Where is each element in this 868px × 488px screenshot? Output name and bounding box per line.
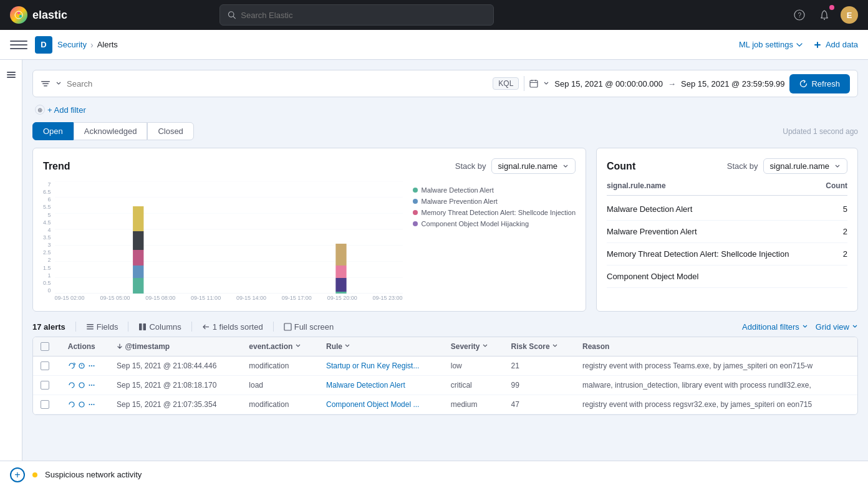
x-axis-labels: 09-15 02:00 09-15 05:00 09-15 08:00 09-1…: [55, 294, 403, 301]
investigate-icon-2[interactable]: [78, 401, 85, 408]
svg-rect-41: [139, 323, 142, 330]
elastic-logo[interactable]: elastic: [10, 6, 67, 24]
y-3: 3: [48, 242, 51, 248]
columns-button[interactable]: Columns: [138, 322, 181, 332]
row-checkbox-0[interactable]: [41, 361, 49, 370]
additional-filters-button[interactable]: Additional filters: [742, 322, 808, 332]
count-row-name-0: Malware Detection Alert: [607, 204, 810, 214]
expand-icon-0[interactable]: [68, 362, 75, 370]
tab-closed[interactable]: Closed: [147, 122, 193, 140]
count-row-val-2: 2: [810, 249, 847, 259]
tab-acknowledged[interactable]: Acknowledged: [74, 122, 148, 140]
sort-button[interactable]: 1 fields sorted: [202, 322, 263, 332]
table-header-row: Actions @timestamp event.action Rule: [33, 337, 857, 356]
y-4: 4: [48, 227, 51, 233]
td-actions-0: [60, 356, 109, 376]
breadcrumb-security[interactable]: Security: [57, 40, 87, 49]
x-label-5: 09-15 17:00: [282, 295, 312, 301]
y-5: 5: [48, 212, 51, 218]
fullscreen-button[interactable]: Full screen: [284, 322, 334, 332]
date-from: Sep 15, 2021 @ 00:00:00.000: [554, 79, 663, 89]
add-filter[interactable]: ⊕ + Add filter: [32, 105, 858, 115]
th-severity[interactable]: Severity: [443, 337, 504, 356]
trend-card: Trend Stack by signal.rule.name 7 6.5: [32, 148, 586, 312]
plus-icon: [813, 41, 822, 49]
svg-rect-13: [7, 77, 16, 78]
search-filter-input[interactable]: [67, 79, 488, 89]
expand-icon-2[interactable]: [68, 401, 75, 408]
rule-link-0[interactable]: Startup or Run Key Regist...: [326, 361, 419, 370]
rule-link-2[interactable]: Component Object Model ...: [326, 400, 419, 409]
global-search-input[interactable]: [241, 11, 486, 20]
td-timestamp-0: Sep 15, 2021 @ 21:08:44.446: [109, 356, 241, 376]
svg-rect-12: [7, 74, 16, 75]
network-status-label[interactable]: Suspicious network activity: [45, 470, 142, 479]
td-reason-2: registry event with process regsvr32.exe…: [575, 395, 857, 414]
td-severity-2: medium: [443, 395, 504, 414]
trend-legend: Malware Detection Alert Malware Preventi…: [403, 181, 576, 301]
legend-dot-1: [413, 199, 418, 204]
more-icon-1[interactable]: [88, 381, 95, 389]
td-timestamp-2: Sep 15, 2021 @ 21:07:35.354: [109, 395, 241, 414]
help-icon[interactable]: ?: [791, 6, 808, 24]
tab-open[interactable]: Open: [32, 122, 74, 140]
rule-link-1[interactable]: Malware Detection Alert: [326, 381, 405, 390]
select-all-checkbox[interactable]: [41, 342, 49, 351]
select-chevron-icon: [562, 163, 569, 170]
th-actions[interactable]: Actions: [60, 337, 109, 356]
tabs-row: Open Acknowledged Closed Updated 1 secon…: [32, 122, 858, 140]
row-checkbox-1[interactable]: [41, 381, 49, 390]
svg-rect-15: [42, 84, 49, 85]
bottom-bar: + Suspicious network activity: [0, 461, 868, 488]
th-event-action[interactable]: event.action: [241, 337, 319, 356]
secondary-navigation: D Security › Alerts ML job settings Add …: [0, 30, 868, 60]
global-search-bar[interactable]: [219, 4, 494, 26]
investigate-icon-1[interactable]: [78, 381, 85, 389]
td-reason-0: registry event with process Teams.exe, b…: [575, 356, 857, 376]
top-navigation: elastic ? E: [0, 0, 868, 30]
y-1-5: 1.5: [43, 265, 51, 271]
trend-stack-by-select[interactable]: signal.rule.name: [491, 158, 576, 174]
kql-badge[interactable]: KQL: [493, 77, 519, 90]
refresh-label: Refresh: [811, 79, 840, 89]
more-icon-0[interactable]: [88, 362, 95, 370]
sidebar-toggle[interactable]: [0, 60, 22, 488]
th-timestamp[interactable]: @timestamp: [109, 337, 241, 356]
expand-icon-1[interactable]: [68, 381, 75, 389]
more-icon-2[interactable]: [88, 401, 95, 408]
trend-chart-area: 7 6.5 6 5.5 5 4.5 4 3.5 3 2.5 2 1.5 1 0.…: [43, 181, 576, 301]
th-rule[interactable]: Rule: [319, 337, 443, 356]
th-risk-score[interactable]: Risk Score: [504, 337, 575, 356]
fields-label: Fields: [97, 322, 118, 332]
count-stack-by-label: Stack by: [727, 161, 758, 171]
legend-item-0: Malware Detection Alert: [413, 186, 576, 194]
updated-timestamp: Updated 1 second ago: [783, 127, 858, 136]
th-reason-label: Reason: [582, 342, 609, 351]
td-risk-score-0: 21: [504, 356, 575, 376]
filter-left: KQL: [41, 77, 519, 90]
user-avatar[interactable]: E: [841, 6, 858, 24]
add-filter-label: + Add filter: [47, 105, 86, 115]
ml-job-settings-button[interactable]: ML job settings: [739, 40, 803, 49]
fields-button[interactable]: Fields: [86, 322, 118, 332]
th-event-action-label: event.action: [249, 342, 292, 351]
add-circle-button[interactable]: +: [10, 467, 25, 482]
toolbar-sep-2: [191, 322, 192, 332]
grid-view-button[interactable]: Grid view: [816, 322, 858, 332]
count-title: Count: [607, 161, 635, 172]
date-range[interactable]: Sep 15, 2021 @ 00:00:00.000 → Sep 15, 20…: [529, 79, 784, 89]
toolbar-sep-3: [273, 322, 274, 332]
count-row-val-1: 2: [810, 227, 847, 236]
refresh-button[interactable]: Refresh: [789, 74, 850, 93]
y-2: 2: [48, 257, 51, 263]
menu-hamburger[interactable]: [10, 36, 27, 54]
count-stack-by-select[interactable]: signal.rule.name: [763, 158, 847, 174]
trend-card-header: Trend Stack by signal.rule.name: [43, 158, 576, 174]
sort-label: 1 fields sorted: [213, 322, 263, 332]
additional-filters-chevron: [802, 323, 808, 330]
row-checkbox-2[interactable]: [41, 400, 49, 409]
add-data-button[interactable]: Add data: [813, 40, 858, 49]
investigate-icon-0[interactable]: [78, 362, 85, 370]
svg-rect-17: [530, 80, 538, 87]
notifications-icon[interactable]: [816, 6, 833, 24]
